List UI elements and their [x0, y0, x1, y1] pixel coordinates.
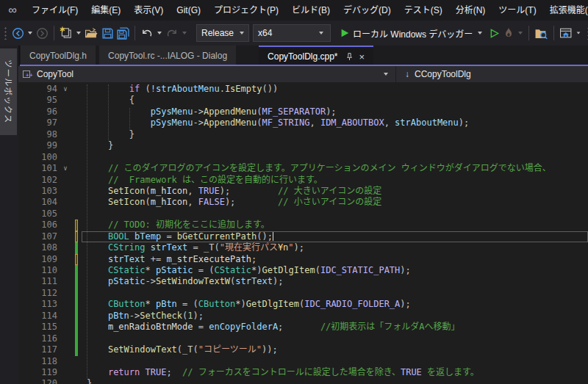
tab-copytooldlg-h[interactable]: CopyToolDlg.h — [21, 46, 96, 66]
change-tracking-bar — [75, 265, 78, 276]
code-line[interactable]: 109 strText += m_strExecutePath; — [18, 254, 588, 265]
change-tracking-bar — [75, 175, 78, 186]
code-line[interactable]: 98 } — [18, 129, 588, 140]
editor-navigation-bar: ⁺⁺ CopyTool ↓ CCopyToolDlg — [18, 66, 588, 82]
project-scope-value: CopyTool — [37, 69, 74, 79]
save-all-button[interactable] — [115, 24, 131, 42]
code-line[interactable]: 113 CButton* pBtn = (CButton*)GetDlgItem… — [18, 299, 588, 310]
project-scope-combobox[interactable]: ⁺⁺ CopyTool — [18, 66, 395, 82]
menu-item[interactable]: 表示(V) — [127, 0, 170, 21]
menu-item[interactable]: デバッグ(D) — [337, 0, 398, 21]
folder-search-icon — [534, 27, 548, 40]
menu-item[interactable]: ファイル(F) — [25, 0, 85, 21]
fold-margin — [57, 197, 74, 208]
navigate-forward-button[interactable] — [35, 24, 50, 42]
code-line[interactable]: 112 — [18, 288, 588, 299]
down-arrow-icon: ↓ — [405, 69, 409, 79]
live-share-dropdown[interactable] — [577, 32, 581, 34]
new-item-icon — [60, 26, 73, 40]
fold-chevron-icon[interactable]: ∨ — [57, 84, 74, 95]
symbol-combobox[interactable]: ↓ CCopyToolDlg — [396, 66, 588, 82]
configuration-combobox[interactable]: Release — [196, 24, 249, 42]
change-tracking-bar — [75, 106, 78, 117]
code-line[interactable]: 119 return TRUE; // フォーカスをコントロールに設定した場合を… — [18, 367, 588, 378]
code-line[interactable]: 102 // Framework は、この設定を自動的に行います。 — [18, 175, 588, 186]
close-tab-button[interactable]: × — [359, 52, 365, 62]
change-tracking-bar — [75, 163, 78, 174]
code-line[interactable]: 95 { — [18, 95, 588, 106]
window-home-icon — [559, 27, 573, 40]
pin-tab-button[interactable] — [345, 52, 354, 62]
new-item-dropdown[interactable] — [76, 32, 81, 35]
menu-item[interactable]: 拡張機能(X) — [543, 0, 588, 21]
code-text: SetWindowText(_T("コピーツール")); — [87, 344, 278, 355]
code-text: } — [87, 129, 135, 140]
save-button[interactable] — [100, 24, 115, 42]
menu-item[interactable]: プロジェクト(P) — [207, 0, 285, 21]
code-line[interactable]: 99 } — [18, 140, 588, 151]
line-number: 95 — [18, 95, 57, 106]
change-tracking-bar — [75, 378, 78, 384]
change-tracking-bar — [75, 333, 78, 344]
code-text: // このダイアログのアイコンを設定します。アプリケーションのメイン ウィンドウ… — [87, 163, 551, 174]
code-line[interactable]: 100 — [18, 152, 588, 163]
code-line[interactable]: 105 — [18, 209, 588, 220]
code-line[interactable]: 101∨ // このダイアログのアイコンを設定します。アプリケーションのメイン … — [18, 163, 588, 174]
navigate-back-button[interactable] — [10, 24, 26, 42]
line-number: 117 — [18, 344, 57, 355]
undo-dropdown[interactable] — [157, 32, 162, 35]
start-without-debugging-button[interactable] — [487, 24, 501, 42]
menu-item[interactable]: ツール(T) — [492, 0, 542, 21]
change-tracking-bar — [75, 242, 78, 253]
redo-dropdown[interactable] — [182, 32, 187, 35]
menu-item[interactable]: Git(G) — [170, 0, 207, 21]
tab-copytooldlg-cpp[interactable]: CopyToolDlg.cpp* × — [259, 46, 373, 66]
undo-button[interactable] — [139, 24, 155, 42]
hot-reload-button[interactable] — [501, 24, 516, 42]
hot-reload-dropdown[interactable] — [518, 32, 523, 35]
menu-item[interactable]: 編集(E) — [85, 0, 127, 21]
redo-button[interactable] — [164, 24, 180, 42]
code-text: } — [87, 378, 92, 384]
code-line[interactable]: 111 pStatic->SetWindowTextW(strText); — [18, 276, 588, 287]
code-editor[interactable]: 94∨ if (!strAboutMenu.IsEmpty())95 {96 p… — [18, 82, 588, 384]
menu-item[interactable]: 分析(N) — [449, 0, 492, 21]
code-line[interactable]: 117 SetWindowText(_T("コピーツール")); — [18, 344, 588, 355]
line-number: 105 — [18, 209, 57, 220]
platform-combobox[interactable]: x64 — [253, 24, 331, 42]
menu-item[interactable]: ビルド(B) — [285, 0, 337, 21]
configuration-value: Release — [201, 28, 234, 38]
code-line[interactable]: 120} — [18, 378, 588, 384]
open-file-button[interactable] — [83, 24, 100, 42]
tab-copytool-rc[interactable]: CopyTool.rc -...IALOG - Dialog — [99, 46, 236, 66]
fold-margin — [57, 322, 74, 333]
toolbar-grip-handle[interactable] — [4, 26, 7, 40]
back-history-dropdown[interactable] — [28, 32, 32, 35]
code-line[interactable]: 94∨ if (!strAboutMenu.IsEmpty()) — [18, 84, 588, 95]
code-line[interactable]: 115 m_enRadioBtnMode = enCopyFolderA; //… — [18, 322, 588, 333]
code-line[interactable]: 106 // TODO: 初期化をここに追加します。 — [18, 220, 588, 231]
code-line[interactable]: 108 CString strText = _T("現在実行パス¥n"); — [18, 242, 588, 253]
live-share-button[interactable] — [558, 24, 574, 42]
menu-item[interactable]: テスト(S) — [398, 0, 449, 21]
find-in-files-button[interactable] — [533, 24, 550, 42]
start-debugging-button[interactable]: ローカル Windows デバッガー — [337, 27, 487, 40]
new-item-button[interactable] — [58, 24, 74, 42]
code-line[interactable]: 110 CStatic* pStatic = (CStatic*)GetDlgI… — [18, 265, 588, 276]
code-line[interactable]: 114 pBtn->SetCheck(1); — [18, 311, 588, 322]
fold-chevron-icon[interactable]: ∨ — [57, 163, 74, 174]
code-line[interactable]: 116 — [18, 333, 588, 344]
line-number: 113 — [18, 299, 57, 310]
change-tracking-bar — [75, 356, 78, 367]
code-line[interactable]: 97 pSysMenu->AppendMenu(MF_STRING, IDM_A… — [18, 117, 588, 128]
code-line[interactable]: 103 SetIcon(m_hIcon, TRUE); // 大きいアイコンの設… — [18, 186, 588, 197]
code-line[interactable]: 107 BOOL bTemp = bGetCurrentPath(); — [18, 231, 588, 242]
document-tab-strip: CopyToolDlg.h CopyTool.rc -...IALOG - Di… — [18, 46, 588, 66]
code-line[interactable]: 118 — [18, 356, 588, 367]
line-number: 109 — [18, 254, 57, 265]
code-line[interactable]: 96 pSysMenu->AppendMenu(MF_SEPARATOR); — [18, 106, 588, 117]
code-line[interactable]: 104 SetIcon(m_hIcon, FALSE); // 小さいアイコンの… — [18, 197, 588, 208]
sidebar-tab-toolbox[interactable]: ツールボックス — [0, 48, 17, 135]
change-tracking-bar — [75, 186, 78, 197]
line-number: 97 — [18, 117, 57, 128]
